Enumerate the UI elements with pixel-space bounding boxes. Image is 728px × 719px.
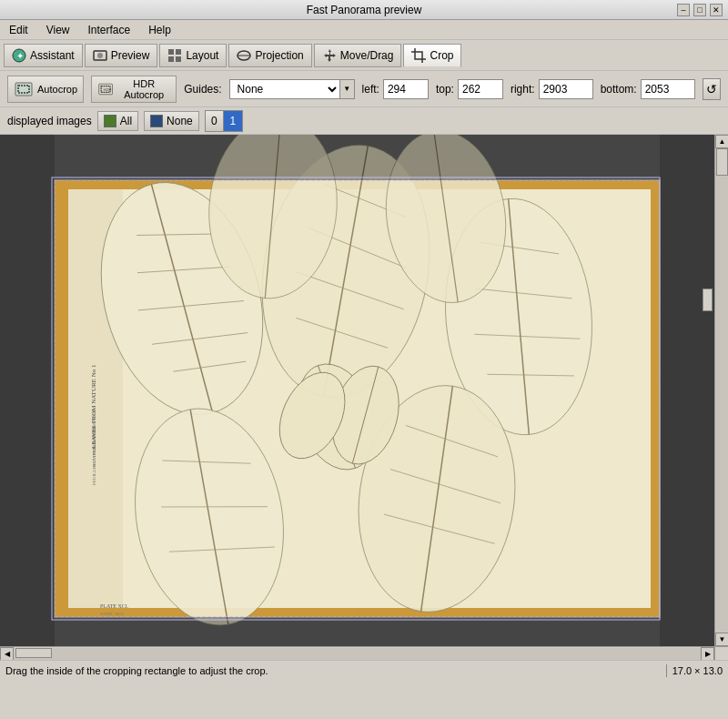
scrollbar-corner <box>714 646 728 660</box>
status-bar: Drag the inside of the cropping rectangl… <box>0 660 728 680</box>
preview-icon <box>93 48 107 63</box>
svg-rect-72 <box>55 135 660 180</box>
tab-layout-label: Layout <box>186 49 218 62</box>
reset-icon: ↺ <box>706 82 717 96</box>
tab-assistant[interactable]: ✦ Assistant <box>4 44 83 67</box>
scroll-thumb-horizontal[interactable] <box>15 648 52 658</box>
svg-rect-6 <box>168 56 174 62</box>
menu-edit[interactable]: Edit <box>4 22 34 38</box>
status-divider <box>666 664 667 677</box>
status-hint: Drag the inside of the cropping rectangl… <box>5 665 661 676</box>
guides-select[interactable]: None Rule of Thirds Diagonal Triangle <box>230 80 339 98</box>
window-controls: – □ ✕ <box>677 4 723 16</box>
image-0-button[interactable]: 0 <box>206 111 224 131</box>
scroll-down-button[interactable]: ▼ <box>715 633 728 646</box>
top-label: top: <box>436 83 454 96</box>
maximize-button[interactable]: □ <box>693 4 706 16</box>
all-label: All <box>120 115 132 127</box>
displayed-images-label: displayed images <box>7 115 92 127</box>
none-label: None <box>167 115 193 127</box>
window-title: Fast Panorama preview <box>307 4 422 16</box>
crop-controls-bar: Autocrop HDR HDR Autocrop Guides: None R… <box>0 71 728 107</box>
guides-label: Guides: <box>184 83 221 96</box>
projection-icon <box>237 48 251 63</box>
close-button[interactable]: ✕ <box>710 4 723 16</box>
assistant-icon: ✦ <box>12 48 26 63</box>
toolbar: ✦ Assistant Preview Layout Projection Mo… <box>0 40 728 71</box>
tab-preview[interactable]: Preview <box>85 44 158 67</box>
menu-interface[interactable]: Interface <box>82 22 136 38</box>
hdr-autocrop-button[interactable]: HDR HDR Autocrop <box>91 76 177 103</box>
images-row: displayed images All None 0 1 <box>0 107 728 135</box>
bottom-field-group: bottom: <box>601 79 695 99</box>
tab-layout[interactable]: Layout <box>159 44 227 67</box>
hdr-autocrop-label: HDR Autocrop <box>117 78 170 100</box>
autocrop-button[interactable]: Autocrop <box>7 76 84 103</box>
menu-view[interactable]: View <box>41 22 76 38</box>
svg-rect-4 <box>168 49 174 55</box>
scroll-track-horizontal[interactable] <box>14 648 701 660</box>
autocrop-icon <box>14 79 34 99</box>
svg-rect-73 <box>55 617 660 646</box>
hdr-autocrop-icon: HDR <box>97 79 114 99</box>
crop-icon <box>411 48 426 63</box>
right-field-group: right: <box>511 79 593 99</box>
right-input[interactable] <box>539 79 593 99</box>
canvas-area[interactable]: LEAVES FROM NATURE No 1 BLÄTTER AUS DER … <box>0 135 728 660</box>
tab-crop-label: Crop <box>430 49 453 62</box>
all-button[interactable]: All <box>97 111 138 131</box>
top-input[interactable] <box>458 79 503 99</box>
none-button[interactable]: None <box>144 111 199 131</box>
svg-rect-10 <box>415 52 422 59</box>
panorama-image: LEAVES FROM NATURE No 1 BLÄTTER AUS DER … <box>0 135 714 646</box>
autocrop-label: Autocrop <box>37 84 77 95</box>
none-icon <box>150 115 163 127</box>
left-input[interactable] <box>383 79 429 99</box>
tab-assistant-label: Assistant <box>30 49 75 62</box>
vertical-scrollbar[interactable]: ▲ ▼ <box>714 135 728 646</box>
horizontal-scrollbar[interactable]: ◀ ▶ <box>0 646 714 660</box>
scroll-left-button[interactable]: ◀ <box>0 647 14 661</box>
move-icon <box>322 48 337 63</box>
svg-text:PLATE XCI.: PLATE XCI. <box>100 603 129 609</box>
scroll-thumb-vertical[interactable] <box>716 148 728 176</box>
bottom-input[interactable] <box>641 79 695 99</box>
image-1-button[interactable]: 1 <box>224 111 242 131</box>
top-field-group: top: <box>436 79 503 99</box>
svg-text:TAFEL XCI.: TAFEL XCI. <box>100 612 124 616</box>
menu-bar: Edit View Interface Help <box>0 20 728 40</box>
vscroll-thumb[interactable] <box>703 289 713 311</box>
bottom-label: bottom: <box>601 83 637 96</box>
menu-help[interactable]: Help <box>143 22 177 38</box>
status-dimensions: 17.0 × 13.0 <box>672 665 723 676</box>
left-label: left: <box>362 83 379 96</box>
tab-move-drag[interactable]: Move/Drag <box>314 44 402 67</box>
tab-preview-label: Preview <box>111 49 150 62</box>
svg-text:FEUILLES D'APRES NATURE: FEUILLES D'APRES NATURE <box>92 426 96 485</box>
svg-point-3 <box>97 53 103 58</box>
svg-rect-71 <box>660 135 714 646</box>
svg-text:✦: ✦ <box>16 51 24 61</box>
all-icon <box>104 115 116 127</box>
title-bar: Fast Panorama preview – □ ✕ <box>0 0 728 20</box>
tab-projection[interactable]: Projection <box>228 44 311 67</box>
svg-rect-5 <box>176 49 181 55</box>
minimize-button[interactable]: – <box>677 4 690 16</box>
left-field-group: left: <box>362 79 429 99</box>
scroll-right-button[interactable]: ▶ <box>701 647 714 661</box>
guides-dropdown-arrow[interactable]: ▼ <box>339 80 354 98</box>
image-number-buttons: 0 1 <box>205 110 243 132</box>
tab-crop[interactable]: Crop <box>403 44 461 67</box>
scroll-up-button[interactable]: ▲ <box>715 135 728 148</box>
svg-rect-7 <box>176 56 181 62</box>
right-label: right: <box>511 83 535 96</box>
panorama-viewport[interactable]: LEAVES FROM NATURE No 1 BLÄTTER AUS DER … <box>0 135 714 646</box>
layout-icon <box>167 48 182 63</box>
reset-crop-button[interactable]: ↺ <box>703 78 721 100</box>
svg-rect-70 <box>0 135 55 646</box>
tab-move-drag-label: Move/Drag <box>340 49 394 62</box>
svg-text:HDR: HDR <box>104 86 112 91</box>
guides-select-wrap[interactable]: None Rule of Thirds Diagonal Triangle ▼ <box>229 79 355 99</box>
scroll-track-vertical[interactable] <box>715 148 728 633</box>
tab-projection-label: Projection <box>255 49 303 62</box>
